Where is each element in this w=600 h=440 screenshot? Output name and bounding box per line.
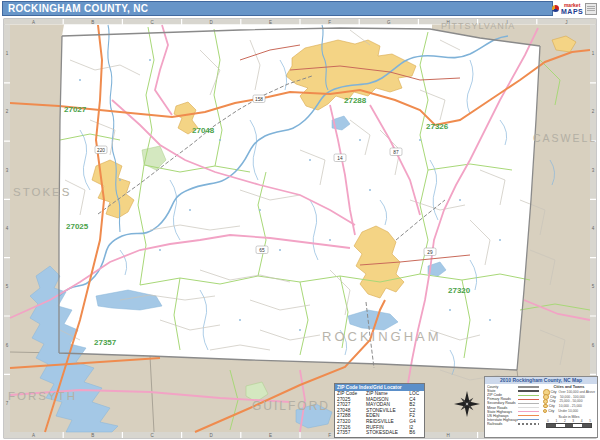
svg-text:F: F — [328, 20, 331, 25]
legend-title: 2010 Rockingham County, NC Map — [485, 377, 597, 384]
zip-label-27320: 27320 — [448, 286, 471, 295]
zip-index-panel: ZIP Code Index/Grid Locator ZIP Code ZIP… — [334, 383, 425, 438]
zip-label-27027: 27027 — [64, 105, 87, 114]
svg-text:E: E — [269, 20, 272, 25]
label-guilford: GUILFORD — [252, 399, 330, 413]
svg-text:29: 29 — [427, 250, 433, 255]
highway-shield: 29 — [424, 248, 436, 256]
svg-text:A: A — [32, 20, 35, 25]
map-legend-panel: 2010 Rockingham County, NC Map County St… — [484, 376, 598, 438]
zip-label-27048: 27048 — [192, 126, 215, 135]
svg-text:F: F — [328, 433, 331, 438]
zip-label-27357: 27357 — [94, 338, 117, 347]
zip-index-header: ZIP Code Index/Grid Locator — [335, 384, 424, 391]
svg-text:65: 65 — [259, 248, 265, 253]
highway-shield: 65 — [256, 246, 268, 254]
highway-shield: 158 — [253, 95, 265, 103]
svg-text:J: J — [565, 20, 567, 25]
zip-label-27288: 27288 — [344, 96, 367, 105]
highway-shield: 87 — [390, 148, 402, 156]
label-forsyth: FORSYTH — [8, 390, 77, 402]
svg-text:158: 158 — [255, 97, 263, 102]
svg-text:14: 14 — [337, 156, 343, 161]
svg-text:B: B — [91, 20, 94, 25]
label-stokes: STOKES — [13, 186, 71, 198]
svg-text:A: A — [32, 433, 35, 438]
table-row: 27357STOKESDALEB6 — [335, 430, 424, 436]
label-caswell: CASWELL — [533, 132, 597, 144]
svg-text:G: G — [387, 20, 391, 25]
zip-label-27025: 27025 — [66, 222, 89, 231]
table-row: 27027MAYODANB2 — [335, 402, 424, 408]
highway-shield: 220 — [95, 146, 107, 154]
svg-text:B: B — [91, 433, 94, 438]
svg-text:87: 87 — [393, 150, 399, 155]
label-rockingham: ROCKINGHAM — [322, 329, 442, 344]
svg-text:H: H — [446, 433, 449, 438]
legend-cities: Cities and Towns CityOver 100,000 and Ab… — [541, 384, 597, 429]
svg-text:E: E — [269, 433, 272, 438]
scale-bar: Scale in Miles 012345 — [543, 415, 595, 428]
legend-line-items: County State ZIP Code Primary Roads Seco… — [485, 384, 541, 429]
svg-text:220: 220 — [97, 148, 105, 153]
table-row: 27320REIDSVILLEG4 — [335, 419, 424, 425]
zip-label-27326: 27326 — [426, 122, 449, 131]
zip-index-column-headers: ZIP Code ZIP Name LOC — [335, 391, 424, 397]
highway-shield: 14 — [334, 154, 346, 162]
county-map: A B C D E F G H I J A B C D E F G H I J … — [0, 0, 600, 440]
label-pittsylvania: PITTSYLVANIA — [441, 21, 515, 31]
